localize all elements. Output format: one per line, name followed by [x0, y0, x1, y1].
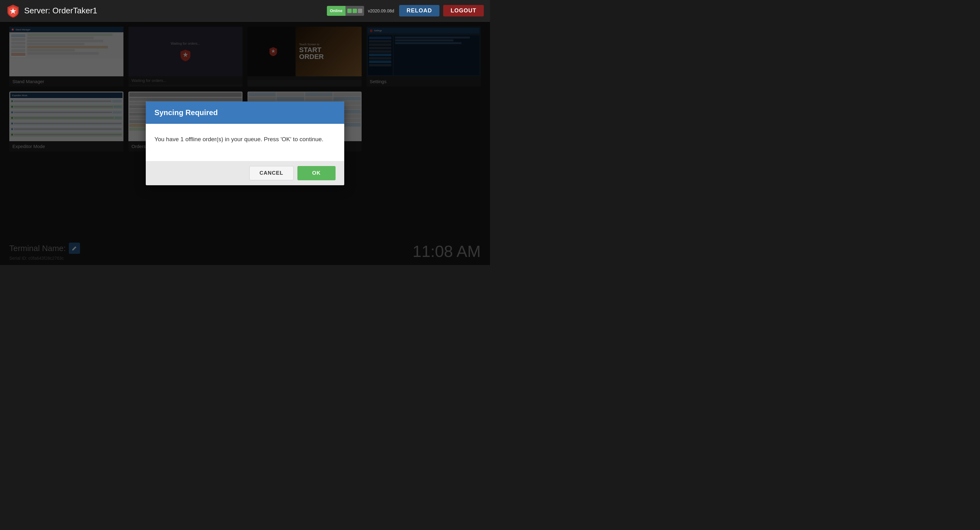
bar-seg-3 [358, 9, 362, 13]
main-content: Stand Manager [0, 22, 490, 265]
status-online-label: Online [327, 6, 345, 16]
header-controls: Online v2020.09.08d RELOAD LOGOUT [327, 5, 484, 16]
modal-title: Syncing Required [154, 108, 218, 117]
status-badge: Online [327, 6, 364, 16]
modal-message: You have 1 offline order(s) in your queu… [154, 135, 336, 144]
bar-seg-1 [347, 9, 352, 13]
modal-body: You have 1 offline order(s) in your queu… [146, 124, 344, 161]
bar-seg-2 [353, 9, 357, 13]
reload-button[interactable]: RELOAD [399, 5, 439, 16]
server-name: Server: OrderTaker1 [24, 6, 327, 16]
app-header: Server: OrderTaker1 Online v2020.09.08d … [0, 0, 490, 22]
modal-overlay: Syncing Required You have 1 offline orde… [0, 22, 490, 265]
syncing-modal: Syncing Required You have 1 offline orde… [146, 102, 344, 185]
cancel-button[interactable]: CANCEL [249, 166, 294, 180]
modal-footer: CANCEL OK [146, 161, 344, 185]
modal-header: Syncing Required [146, 102, 344, 124]
version-label: v2020.09.08d [368, 8, 394, 13]
app-logo [6, 4, 20, 18]
logout-button[interactable]: LOGOUT [443, 5, 484, 16]
status-bar [345, 6, 364, 16]
ok-button[interactable]: OK [298, 166, 336, 180]
